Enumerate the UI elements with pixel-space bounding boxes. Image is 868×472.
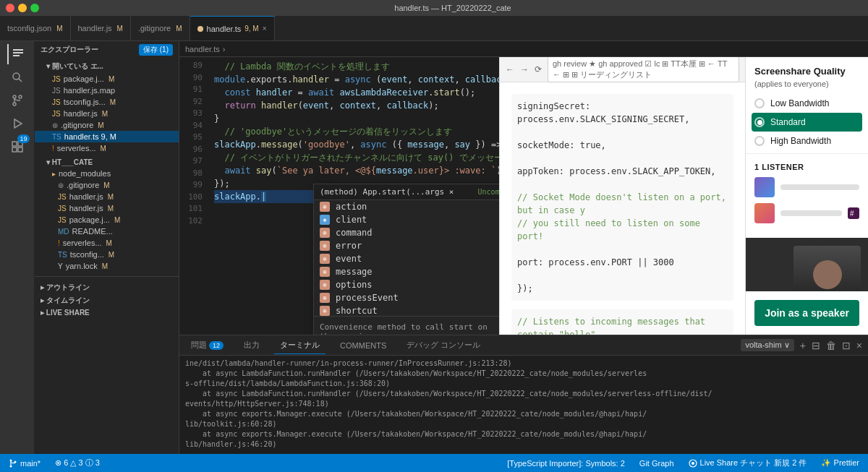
code-editor-container: 8990919293949596979899100101102 // Lambd… bbox=[179, 57, 499, 335]
tab-gitignore[interactable]: .gitignore M bbox=[131, 16, 190, 40]
file-handler-js-map[interactable]: JS handler.js.map bbox=[35, 85, 179, 96]
ht-cate-section: ▾ HT___CATE ▸ node_modules ⊛ .gitignore … bbox=[35, 155, 179, 273]
explorer-icon[interactable] bbox=[7, 44, 27, 64]
svg-point-3 bbox=[13, 103, 16, 106]
file-ht-handler-js2[interactable]: JS handler.js M bbox=[35, 202, 179, 214]
refresh-button[interactable]: ⟳ bbox=[535, 64, 542, 74]
ts-importer[interactable]: [TypeScript Importer]: Symbols: 2 bbox=[504, 459, 628, 468]
code-line-99: await say(`See ya later, <@${message.use… bbox=[214, 164, 493, 177]
ac-item-shortcut[interactable]: ⊕ shortcut bbox=[314, 304, 499, 316]
tab-handler-js[interactable]: handler.js M bbox=[71, 16, 131, 40]
live-share[interactable]: Live Share チャット 新規 2 件 bbox=[686, 458, 810, 468]
tab-tsconfig[interactable]: tsconfig.json M bbox=[0, 16, 71, 40]
branch-name: main* bbox=[20, 459, 41, 468]
save-button[interactable]: 保存 (1) bbox=[139, 44, 173, 56]
maximize-button[interactable] bbox=[30, 4, 39, 12]
radio-low[interactable] bbox=[754, 98, 765, 108]
back-button[interactable]: ← bbox=[506, 64, 514, 74]
ac-item-error[interactable]: ⊕ error bbox=[314, 239, 499, 252]
ac-item-event[interactable]: ⊕ event bbox=[314, 252, 499, 265]
window-title: handler.ts — HT_20220222_cate bbox=[394, 4, 511, 12]
section-open-editors[interactable]: ▾ 開いている エ... bbox=[35, 60, 179, 73]
ac-list: ⊕ action ◈ client ⊕ command bbox=[314, 200, 499, 316]
maximize-panel-button[interactable]: ⊡ bbox=[842, 340, 851, 351]
ac-item-client[interactable]: ◈ client bbox=[314, 213, 499, 226]
video-background bbox=[746, 238, 868, 291]
quality-low[interactable]: Low Bandwidth bbox=[754, 94, 859, 113]
close-button[interactable] bbox=[6, 4, 14, 12]
file-readme[interactable]: MD README... bbox=[35, 226, 179, 237]
ac-item-options[interactable]: ⊕ options bbox=[314, 278, 499, 291]
radio-high[interactable] bbox=[754, 136, 765, 146]
debug-icon[interactable] bbox=[7, 113, 27, 134]
content-row: 19 エクスプローラー 保存 (1) ▾ 開いている エ... JS packa… bbox=[0, 41, 868, 454]
git-graph[interactable]: Git Graph bbox=[637, 459, 677, 468]
avatar-placeholder-2 bbox=[754, 203, 775, 223]
quality-standard-label: Standard bbox=[770, 117, 806, 127]
tab-output[interactable]: 出力 bbox=[238, 337, 265, 353]
tab-debug-console[interactable]: デバッグ コンソール bbox=[401, 337, 486, 353]
terminal-line-1: ine/dist/lambda/handler-runner/in-proces… bbox=[185, 359, 862, 369]
problems-badge: 12 bbox=[209, 341, 224, 350]
url-bar[interactable]: gh review ★ gh approved ☑ lc ⊞ TT本厘 ⊞ ← … bbox=[548, 57, 739, 82]
new-terminal-button[interactable]: + bbox=[800, 340, 806, 351]
close-panel-button[interactable]: × bbox=[856, 340, 862, 351]
ac-item-action[interactable]: ⊕ action bbox=[314, 200, 499, 213]
search-icon[interactable] bbox=[7, 67, 27, 87]
split-terminal-button[interactable]: ⊟ bbox=[812, 340, 820, 351]
avatar-2 bbox=[754, 203, 775, 223]
activity-bar: 19 bbox=[0, 41, 35, 454]
file-yarn-lock[interactable]: Y yarn.lock M bbox=[35, 260, 179, 272]
git-icon[interactable] bbox=[7, 90, 27, 111]
tab-handler-ts[interactable]: handler.ts 9, M × bbox=[190, 16, 275, 40]
modified-indicator bbox=[197, 26, 203, 32]
ac-item-processevent[interactable]: ⊕ processEvent bbox=[314, 291, 499, 304]
shell-selector[interactable]: volta-shim ∨ bbox=[741, 339, 793, 351]
file-handler-js[interactable]: JS handler.js M bbox=[35, 108, 179, 119]
section-ht-cate[interactable]: ▾ HT___CATE bbox=[35, 157, 179, 168]
file-handler-ts[interactable]: TS handler.ts 9, M bbox=[35, 131, 179, 142]
tab-problems[interactable]: 問題 12 bbox=[185, 337, 229, 353]
terminal-line-5: events/http/HttpServer.js:748:18) bbox=[185, 399, 862, 409]
tab-terminal[interactable]: ターミナル bbox=[274, 337, 326, 354]
folder-node-modules[interactable]: ▸ node_modules bbox=[35, 168, 179, 179]
file-ht-package[interactable]: JS package.j... M bbox=[35, 214, 179, 226]
code-line-94: } bbox=[214, 112, 493, 125]
file-gitignore[interactable]: ⊛ .gitignore M bbox=[35, 119, 179, 131]
liveshare-header[interactable]: ▸ LIVE SHARE bbox=[41, 309, 173, 317]
terminal-line-2: at async LambdaFunction.runHandler (/Use… bbox=[185, 369, 862, 379]
file-serverless[interactable]: ! serverles... M bbox=[35, 142, 179, 154]
file-serverless2[interactable]: ! serverles... M bbox=[35, 237, 179, 249]
forward-button[interactable]: → bbox=[520, 64, 529, 74]
minimize-button[interactable] bbox=[18, 4, 27, 12]
extensions-icon[interactable]: 19 bbox=[7, 137, 27, 157]
prettier[interactable]: ✨ Prettier bbox=[818, 458, 862, 468]
git-branch[interactable]: main* bbox=[6, 459, 43, 468]
ac-item-command[interactable]: ⊕ command bbox=[314, 226, 499, 239]
file-tsconfig-js[interactable]: JS tsconfig.js... M bbox=[35, 96, 179, 108]
file-tsconfig2[interactable]: TS tsconfig... M bbox=[35, 249, 179, 260]
ac-item-message[interactable]: ⊕ message bbox=[314, 265, 499, 278]
radio-standard[interactable] bbox=[754, 117, 765, 127]
video-preview bbox=[746, 238, 868, 291]
code-line-97: slackApp.message('goodbye', async ({ mes… bbox=[214, 138, 493, 151]
timeline-header[interactable]: ▸ タイムライン bbox=[41, 296, 173, 306]
autocomplete-popup[interactable]: (method) App.start(...args × Uncommitted… bbox=[313, 184, 499, 335]
quality-high[interactable]: High Bandwidth bbox=[754, 132, 859, 150]
breadcrumb: handler.ts › bbox=[179, 41, 868, 57]
ac-icon: ⊕ bbox=[320, 306, 330, 316]
app-container: handler.ts — HT_20220222_cate tsconfig.j… bbox=[0, 0, 868, 472]
editor-preview-row: 8990919293949596979899100101102 // Lambd… bbox=[179, 57, 868, 335]
terminal-content[interactable]: ine/dist/lambda/handler-runner/in-proces… bbox=[179, 356, 868, 454]
file-ht-handler-js[interactable]: JS handler.js M bbox=[35, 191, 179, 202]
file-ht-gitignore[interactable]: ⊛ .gitignore M bbox=[35, 179, 179, 191]
kill-terminal-button[interactable]: 🗑 bbox=[826, 340, 836, 351]
tab-label: handler.ts bbox=[207, 25, 242, 33]
slack-icon: # bbox=[848, 207, 859, 219]
outline-header[interactable]: ▸ アウトライン bbox=[41, 283, 173, 293]
tab-comments[interactable]: COMMENTS bbox=[334, 338, 392, 353]
join-as-speaker-button[interactable]: Join as a speaker bbox=[754, 300, 859, 326]
quality-standard[interactable]: Standard bbox=[752, 113, 862, 132]
file-package-json[interactable]: JS package.j... M bbox=[35, 73, 179, 85]
errors-count[interactable]: ⊗ 6 △ 3 ⓘ 3 bbox=[52, 458, 103, 468]
